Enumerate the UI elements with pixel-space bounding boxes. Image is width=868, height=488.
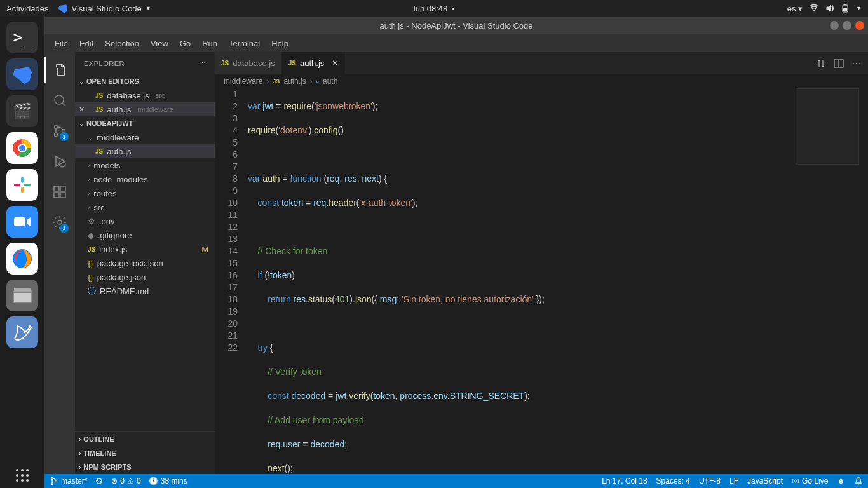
open-editor-item[interactable]: JSdatabase.js src bbox=[75, 88, 215, 102]
dock-terminal[interactable]: >_ bbox=[6, 22, 38, 53]
dock-files[interactable] bbox=[6, 280, 38, 311]
clock[interactable]: lun 08:48 bbox=[414, 4, 448, 13]
svg-rect-16 bbox=[14, 293, 31, 302]
wifi-icon[interactable] bbox=[809, 4, 819, 12]
activity-bar: 1 1 bbox=[44, 52, 75, 474]
svg-point-20 bbox=[16, 474, 18, 477]
menu-file[interactable]: File bbox=[50, 37, 73, 50]
power-menu[interactable]: ▼ bbox=[856, 5, 862, 11]
time-indicator[interactable]: 🕐38 mins bbox=[149, 477, 187, 485]
code-editor[interactable]: 12345678910111213141516171819202122 var … bbox=[215, 88, 868, 474]
feedback-icon[interactable]: ☻ bbox=[837, 477, 845, 485]
file-env[interactable]: ⚙.env bbox=[75, 214, 215, 228]
menubar: File Edit Selection View Go Run Terminal… bbox=[44, 34, 868, 52]
menu-edit[interactable]: Edit bbox=[74, 37, 98, 50]
file-auth-js[interactable]: JSauth.js bbox=[75, 144, 215, 158]
svg-point-39 bbox=[51, 483, 53, 485]
volume-icon[interactable] bbox=[825, 4, 834, 13]
compare-icon[interactable] bbox=[816, 58, 826, 69]
outline-section[interactable]: ›OUTLINE bbox=[75, 432, 215, 446]
folder-node-modules[interactable]: ›node_modules bbox=[75, 172, 215, 186]
menu-help[interactable]: Help bbox=[266, 37, 294, 50]
svg-rect-10 bbox=[21, 187, 24, 193]
dock-vscode[interactable] bbox=[6, 58, 38, 90]
svg-point-18 bbox=[21, 469, 24, 471]
file-package-json[interactable]: {}package.json bbox=[75, 270, 215, 284]
timeline-section[interactable]: ›TIMELINE bbox=[75, 446, 215, 460]
battery-icon[interactable] bbox=[841, 4, 850, 13]
tab-auth-js[interactable]: JSauth.js✕ bbox=[282, 52, 346, 74]
system-topbar: Actividades Visual Studio Code ▼ lun 08:… bbox=[0, 0, 868, 17]
more-actions-icon[interactable]: ⋯ bbox=[851, 57, 862, 69]
menu-selection[interactable]: Selection bbox=[100, 37, 144, 50]
branch-indicator[interactable]: master* bbox=[50, 477, 87, 485]
npm-section[interactable]: ›NPM SCRIPTS bbox=[75, 460, 215, 474]
svg-rect-33 bbox=[60, 193, 65, 198]
file-index-js[interactable]: JSindex.jsM bbox=[75, 242, 215, 256]
folder-models[interactable]: ›models bbox=[75, 158, 215, 172]
activities-button[interactable]: Actividades bbox=[6, 4, 48, 13]
cursor-position[interactable]: Ln 17, Col 18 bbox=[602, 477, 647, 485]
language-indicator[interactable]: JavaScript bbox=[747, 477, 783, 485]
breadcrumb[interactable]: middleware› JSauth.js› ▫auth bbox=[215, 74, 868, 88]
dock-slack[interactable] bbox=[6, 169, 38, 201]
folder-src[interactable]: ›src bbox=[75, 200, 215, 214]
menu-view[interactable]: View bbox=[146, 37, 173, 50]
encoding-indicator[interactable]: UTF-8 bbox=[699, 477, 721, 485]
file-gitignore[interactable]: ◆.gitignore bbox=[75, 228, 215, 242]
spaces-indicator[interactable]: Spaces: 4 bbox=[656, 477, 690, 485]
extensions-icon[interactable] bbox=[44, 179, 75, 205]
window-title: auth.js - NodeApiJwt - Visual Studio Cod… bbox=[379, 21, 532, 30]
sync-indicator[interactable] bbox=[95, 477, 104, 485]
dock-firefox[interactable] bbox=[6, 243, 38, 274]
statusbar: master* ⊗0 ⚠0 🕐38 mins Ln 17, Col 18 Spa… bbox=[44, 474, 868, 488]
bell-icon[interactable] bbox=[854, 477, 863, 485]
open-editor-item[interactable]: ✕ JSauth.js middleware bbox=[75, 102, 215, 116]
project-section[interactable]: ⌄NODEAPIJWT bbox=[75, 116, 215, 130]
svg-point-35 bbox=[58, 220, 62, 224]
close-tab-icon[interactable]: ✕ bbox=[332, 58, 339, 68]
split-editor-icon[interactable] bbox=[834, 58, 844, 69]
vscode-window: auth.js - NodeApiJwt - Visual Studio Cod… bbox=[44, 17, 868, 488]
maximize-button[interactable] bbox=[843, 21, 851, 30]
svg-rect-32 bbox=[54, 193, 59, 198]
dock-apps-grid[interactable] bbox=[0, 468, 44, 483]
menu-go[interactable]: Go bbox=[175, 37, 196, 50]
more-icon[interactable]: ⋯ bbox=[199, 59, 207, 67]
app-menu[interactable]: Visual Studio Code ▼ bbox=[58, 4, 151, 13]
search-icon[interactable] bbox=[44, 88, 75, 113]
settings-gear-icon[interactable]: 1 bbox=[44, 210, 75, 235]
golive-button[interactable]: Go Live bbox=[792, 477, 828, 485]
dock-zoom[interactable] bbox=[6, 206, 38, 238]
lang-indicator[interactable]: es ▾ bbox=[787, 4, 803, 13]
menu-run[interactable]: Run bbox=[197, 37, 222, 50]
folder-middleware[interactable]: ⌄middleware bbox=[75, 130, 215, 144]
svg-point-0 bbox=[813, 10, 815, 11]
dock-chrome[interactable] bbox=[6, 132, 38, 164]
menu-terminal[interactable]: Terminal bbox=[224, 37, 265, 50]
svg-point-25 bbox=[26, 479, 29, 482]
file-package-lock[interactable]: {}package-lock.json bbox=[75, 256, 215, 270]
problems-indicator[interactable]: ⊗0 ⚠0 bbox=[111, 477, 140, 485]
folder-routes[interactable]: ›routes bbox=[75, 186, 215, 200]
dock-mysql[interactable] bbox=[6, 316, 38, 348]
settings-badge: 1 bbox=[60, 224, 69, 233]
sidebar-header: EXPLORER ⋯ bbox=[75, 52, 215, 74]
run-debug-icon[interactable] bbox=[44, 149, 75, 174]
svg-point-26 bbox=[55, 95, 64, 104]
open-editors-section[interactable]: ⌄OPEN EDITORS bbox=[75, 74, 215, 88]
svg-point-17 bbox=[16, 469, 18, 471]
minimap[interactable] bbox=[796, 88, 859, 165]
scm-icon[interactable]: 1 bbox=[44, 118, 75, 144]
file-readme[interactable]: ⓘREADME.md bbox=[75, 284, 215, 298]
code-content[interactable]: var jwt = require('jsonwebtoken'); requi… bbox=[247, 88, 868, 474]
eol-indicator[interactable]: LF bbox=[729, 477, 738, 485]
editor-group: JSdatabase.js JSauth.js✕ ⋯ middleware› J… bbox=[215, 52, 868, 474]
close-editor-icon[interactable]: ✕ bbox=[79, 105, 85, 114]
minimize-button[interactable] bbox=[830, 21, 839, 30]
explorer-icon[interactable] bbox=[44, 57, 75, 83]
dock-video[interactable]: 🎬 bbox=[6, 95, 38, 127]
close-button[interactable] bbox=[855, 21, 864, 30]
svg-rect-8 bbox=[21, 177, 24, 183]
tab-database-js[interactable]: JSdatabase.js bbox=[215, 52, 282, 74]
